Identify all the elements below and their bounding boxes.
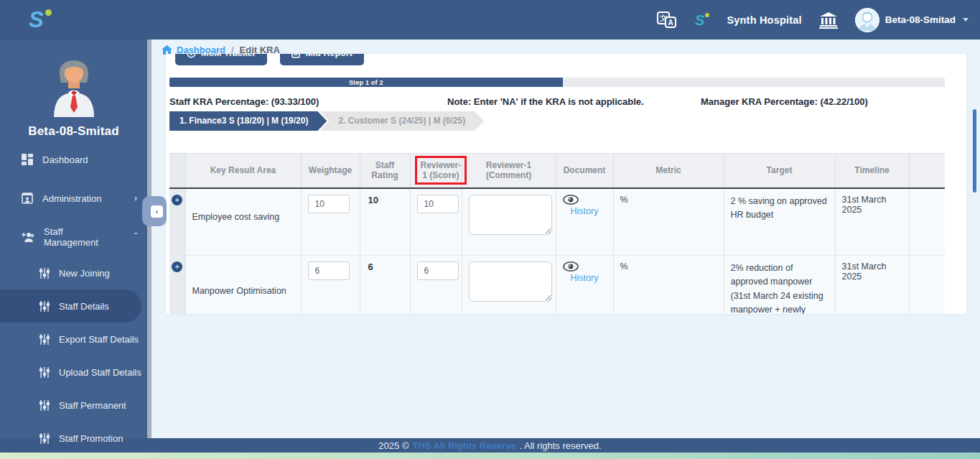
weightage-input[interactable] xyxy=(308,195,350,213)
sliders-icon xyxy=(39,268,50,279)
mid-report-button[interactable]: Mid Report xyxy=(280,54,363,65)
sidebar-item-dashboard[interactable]: Dashboard xyxy=(0,140,147,179)
brand-s-icon: S xyxy=(695,13,709,27)
col-metric: Metric xyxy=(613,154,724,188)
footer-copyright: 2025 © xyxy=(378,440,409,451)
highlighted-column-box: Reviewer-1 (Score) xyxy=(415,156,467,185)
reviewer-score-input[interactable] xyxy=(417,261,459,280)
sidebar-item-administration[interactable]: Administration › xyxy=(0,179,147,218)
sidebar-item-export-staff-details[interactable]: Export Staff Details xyxy=(0,323,147,356)
reviewer-comment-textarea[interactable] xyxy=(469,195,552,235)
col-status: S xyxy=(909,154,945,188)
sidebar: Beta-08-Smitad Dashboard xyxy=(0,40,147,438)
expander-cell: + xyxy=(169,256,185,315)
sidebar-item-staff-promotion[interactable]: Staff Promotion xyxy=(0,422,147,455)
col-expander xyxy=(169,154,185,188)
profile-avatar xyxy=(39,51,108,120)
kra-table: Key Result Area Weightage Staff Rating R… xyxy=(169,153,945,314)
plus-circle-icon[interactable]: + xyxy=(172,195,182,205)
col-document: Document xyxy=(556,154,613,188)
col-key-result-area: Key Result Area xyxy=(185,154,301,188)
svg-text:A: A xyxy=(668,19,673,27)
target-cell: 2 % saving on approved HR budget xyxy=(724,188,835,256)
staff-kra-percentage: Staff KRA Percentage: (93.33/100) xyxy=(169,96,447,107)
expander-cell: + xyxy=(169,188,185,256)
header-user-name: Beta-08-Smitad xyxy=(885,14,956,25)
sidebar-item-label: New Joining xyxy=(59,268,110,279)
edit-kra-card: MoM Tracker Mid Report Step 1 of 2 xyxy=(166,54,966,314)
sidebar-nav: Dashboard Administration › xyxy=(0,140,147,455)
document-cell: History xyxy=(556,188,613,256)
chevron-down-icon: ˇ xyxy=(134,232,137,242)
kra-tabs: 1. Finance3 S (18/20) | M (19/20) 2. Cus… xyxy=(169,111,966,131)
logo-dot xyxy=(45,9,52,16)
tab-customer[interactable]: 2. Customer S (24/25) | M (0/25) xyxy=(319,111,484,131)
vertical-scrollbar-thumb[interactable] xyxy=(973,109,976,193)
sidebar-item-staff-details[interactable]: Staff Details xyxy=(0,289,141,323)
col-reviewer-score: Reviewer-1 (Score) xyxy=(410,154,462,188)
top-header-bar: S 文 A S Synth Hospital xyxy=(0,0,980,40)
table-row: + Manpower Optimisation 6 xyxy=(169,256,945,315)
progress-fill: Step 1 of 2 xyxy=(169,78,563,87)
toolbar: MoM Tracker Mid Report xyxy=(169,54,966,65)
eye-icon[interactable] xyxy=(563,195,579,205)
reviewer-comment-textarea[interactable] xyxy=(469,261,552,302)
kra-name-cell: Manpower Optimisation xyxy=(185,256,301,315)
sidebar-item-label: Export Staff Details xyxy=(59,334,139,345)
sidebar-item-label: Staff Management xyxy=(44,226,116,248)
plus-circle-icon[interactable]: + xyxy=(172,261,182,272)
sidebar-item-staff-management[interactable]: Staff Management ˇ xyxy=(0,218,147,256)
user-plus-icon xyxy=(22,232,34,243)
sidebar-item-label: Staff Promotion xyxy=(59,433,123,444)
sidebar-item-label: Upload Staff Details xyxy=(59,367,141,378)
history-link[interactable]: History xyxy=(571,273,599,283)
col-timeline: Timeline xyxy=(835,154,909,188)
sidebar-item-upload-staff-details[interactable]: Upload Staff Details xyxy=(0,356,147,389)
document-cell: History xyxy=(556,256,613,315)
reviewer-comment-cell xyxy=(462,188,556,256)
timeline-cell: 31st March 2025 xyxy=(835,188,909,256)
sidebar-item-label: Dashboard xyxy=(42,154,88,165)
sliders-icon xyxy=(39,334,50,345)
footer-ths-link[interactable]: THS All Rights Reserve xyxy=(412,440,515,451)
weightage-input[interactable] xyxy=(308,261,350,280)
chevron-left-icon: ‹ xyxy=(151,205,163,218)
sliders-icon xyxy=(39,433,50,444)
weightage-cell xyxy=(301,256,360,315)
footer-rights: . All rights reserved. xyxy=(519,440,601,451)
staff-rating-cell: 6 xyxy=(360,256,410,315)
eye-icon[interactable] xyxy=(563,261,579,272)
chevron-right-icon: › xyxy=(134,193,137,203)
col-target: Target xyxy=(724,154,835,188)
target-cell: 2% reduction of approved manpower (31st … xyxy=(724,256,835,315)
header-avatar xyxy=(855,8,879,32)
sidebar-item-label: Staff Details xyxy=(59,301,109,312)
staff-rating-cell: 10 xyxy=(360,188,410,256)
kra-percentage-row: Staff KRA Percentage: (93.33/100) Note: … xyxy=(169,96,945,107)
metric-cell: % xyxy=(613,256,724,315)
bank-icon[interactable] xyxy=(819,11,838,29)
sidebar-collapse-button[interactable]: ‹ xyxy=(142,196,167,226)
tab-finance[interactable]: 1. Finance3 S (18/20) | M (19/20) xyxy=(169,111,327,131)
reviewer-comment-cell xyxy=(462,256,556,315)
translate-icon[interactable]: 文 A xyxy=(656,10,678,30)
sliders-icon xyxy=(39,367,50,378)
sliders-icon xyxy=(39,400,50,411)
col-staff-rating: Staff Rating xyxy=(360,154,410,188)
user-menu[interactable]: Beta-08-Smitad xyxy=(855,8,969,32)
hospital-name: Synth Hospital xyxy=(727,14,801,26)
app-logo[interactable]: S xyxy=(29,9,51,31)
metric-cell: % xyxy=(613,188,724,256)
col-weightage: Weightage xyxy=(301,154,360,188)
step-progress-bar: Step 1 of 2 xyxy=(169,78,945,87)
sidebar-item-staff-permanent[interactable]: Staff Permanent xyxy=(0,389,147,422)
mom-tracker-button[interactable]: MoM Tracker xyxy=(175,54,267,65)
history-link[interactable]: History xyxy=(571,206,599,216)
tracker-icon xyxy=(187,54,196,58)
progress-label: Step 1 of 2 xyxy=(349,79,383,86)
reviewer-score-input[interactable] xyxy=(417,195,459,213)
table-header-row: Key Result Area Weightage Staff Rating R… xyxy=(169,154,945,188)
reviewer-score-cell xyxy=(410,256,462,315)
sidebar-item-label: Administration xyxy=(42,193,101,204)
sidebar-item-new-joining[interactable]: New Joining xyxy=(0,256,147,289)
